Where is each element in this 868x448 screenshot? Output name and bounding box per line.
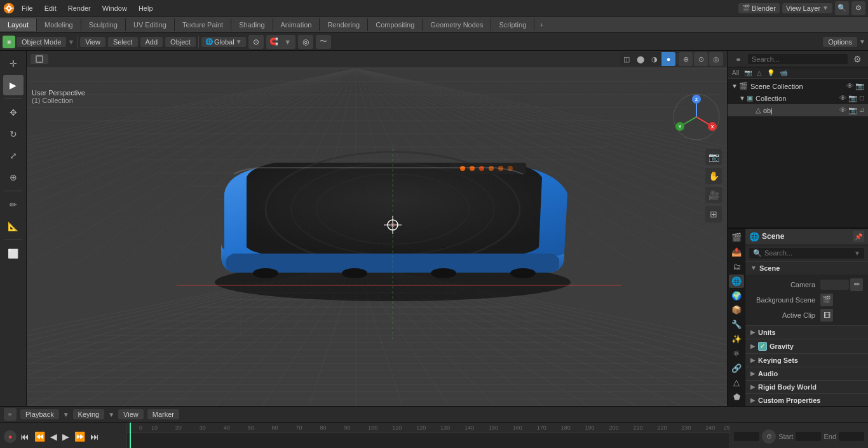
props-pin-button[interactable]: 📌 [853, 231, 864, 242]
outliner-filter-icon[interactable]: ⚙ [850, 52, 864, 66]
viewport-scene[interactable]: User Perspective (1) Collection [27, 69, 727, 406]
obj-item[interactable]: △ obj 👁 📷 ⊿ [728, 104, 868, 116]
pivot-point-button[interactable]: ⊙ [248, 35, 264, 49]
snap-toggle[interactable]: 🧲 [267, 36, 281, 48]
tab-geometry-nodes[interactable]: Geometry Nodes [423, 18, 491, 31]
record-button[interactable]: ● [4, 430, 17, 443]
gravity-section-header[interactable]: ▶ ✓ Gravity [745, 339, 868, 353]
menu-help[interactable]: Help [133, 3, 158, 13]
keying-sets-section-header[interactable]: ▶ Keying Sets [745, 354, 868, 367]
camera-view-button[interactable]: 📷 [705, 149, 722, 165]
timeline-track[interactable] [127, 433, 729, 448]
transform-selector[interactable]: 🌐 Global ▼ [201, 37, 246, 47]
units-section-header[interactable]: ▶ Units [745, 326, 868, 339]
next-frame-button[interactable]: ⏩ [73, 431, 86, 442]
menu-window[interactable]: Window [97, 3, 132, 13]
zoom-view-button[interactable]: ⊞ [705, 206, 722, 222]
marker-menu[interactable]: Marker [147, 409, 179, 419]
bg-scene-icon[interactable]: 🎬 [820, 294, 833, 306]
playback-menu[interactable]: Playback [20, 409, 59, 419]
props-search-input[interactable] [764, 249, 854, 257]
mode-icon[interactable]: ■ [3, 36, 15, 48]
xray-toggle[interactable]: ◎ [709, 52, 723, 66]
orbit-view-button[interactable]: 🎥 [705, 187, 722, 203]
sc-root-visibility[interactable]: 👁 [846, 82, 853, 90]
timeline-scrubber[interactable]: 0 10 20 30 40 50 60 70 80 90 100 110 120… [127, 423, 729, 448]
tab-scripting[interactable]: Scripting [491, 18, 534, 31]
render-props-icon[interactable]: 🎬 [729, 231, 744, 245]
output-props-icon[interactable]: 📤 [729, 245, 744, 259]
snap-dropdown[interactable]: ▼ [281, 36, 295, 48]
custom-props-section-header[interactable]: ▶ Custom Properties [745, 394, 868, 407]
rendered-mode-button[interactable]: ● [661, 52, 675, 66]
filter-lights[interactable]: 💡 [765, 69, 776, 77]
navigation-gizmo[interactable]: Z X Y [671, 92, 722, 142]
add-menu[interactable]: Add [140, 37, 163, 47]
cursor-tool[interactable]: ✛ [3, 53, 24, 74]
filter-all[interactable]: All [730, 69, 741, 77]
transform-tool[interactable]: ⊕ [3, 167, 24, 187]
blender-logo-icon[interactable] [3, 2, 15, 15]
jump-end-button[interactable]: ⏭ [89, 431, 100, 442]
annotate-tool[interactable]: ✏ [3, 194, 24, 215]
rotate-tool[interactable]: ↻ [3, 124, 24, 144]
mode-selector[interactable]: Object Mode [17, 37, 66, 47]
active-clip-icon[interactable]: 🎞 [820, 309, 833, 322]
scene-selector[interactable]: 🎬 Blender [738, 3, 780, 13]
collection-render[interactable]: 📷 [848, 94, 857, 102]
tab-rendering[interactable]: Rendering [320, 18, 368, 31]
keying-menu[interactable]: Keying [73, 409, 105, 419]
modifier-props-icon[interactable]: 🔧 [729, 318, 744, 331]
view-menu[interactable]: View [80, 37, 105, 47]
jump-start-button[interactable]: ⏮ [19, 431, 31, 442]
tab-layout[interactable]: Layout [0, 18, 37, 31]
add-workspace-button[interactable]: + [534, 18, 548, 31]
material-props-icon[interactable]: ⬟ [729, 390, 744, 404]
filter-cameras[interactable]: 📹 [778, 69, 789, 77]
camera-pick-button[interactable]: ✏ [850, 278, 863, 291]
measure-tool[interactable]: 📐 [3, 216, 24, 236]
tab-texture-paint[interactable]: Texture Paint [175, 18, 231, 31]
timeline-menu-icon[interactable]: ≡ [4, 408, 17, 421]
obj-filter[interactable]: ⊿ [859, 106, 864, 114]
view-layer-selector[interactable]: View Layer ▼ [782, 3, 832, 13]
filter-objects[interactable]: 📷 [742, 69, 754, 77]
outliner-search[interactable] [748, 54, 848, 64]
play-reverse-button[interactable]: ◀ [49, 431, 58, 442]
collection-exclude[interactable]: ◻ [859, 94, 864, 102]
current-frame-input[interactable]: 1 [734, 432, 759, 441]
prev-frame-button[interactable]: ⏪ [33, 431, 46, 442]
constraints-props-icon[interactable]: 🔗 [729, 362, 744, 375]
data-props-icon[interactable]: △ [729, 376, 744, 389]
collection-visibility[interactable]: 👁 [839, 94, 846, 102]
filter-meshes[interactable]: △ [755, 69, 764, 77]
rigid-body-section-header[interactable]: ▶ Rigid Body World [745, 381, 868, 393]
tab-modeling[interactable]: Modeling [37, 18, 81, 31]
sc-root-render[interactable]: 📷 [855, 82, 864, 90]
outliner-menu-icon[interactable]: ≡ [731, 52, 745, 66]
proportional-edit-button[interactable]: ◎ [298, 35, 313, 49]
show-overlays-toggle[interactable]: ⊙ [694, 52, 708, 66]
end-frame-input[interactable]: 250 [839, 432, 864, 441]
object-props-icon[interactable]: 📦 [729, 303, 744, 316]
move-tool[interactable]: ✥ [3, 102, 24, 123]
show-gizmo-toggle[interactable]: ⊕ [679, 52, 693, 66]
scene-collection-root[interactable]: ▼ 🎬 Scene Collection 👁 📷 [728, 80, 868, 92]
fps-indicator[interactable]: ⏱ [762, 430, 776, 444]
camera-dropdown[interactable] [820, 280, 849, 290]
select-tool[interactable]: ▶ [3, 75, 24, 95]
options-button[interactable]: Options [823, 37, 857, 47]
obj-visibility[interactable]: 👁 [839, 106, 846, 114]
tab-animation[interactable]: Animation [273, 18, 320, 31]
curve-button[interactable]: 〜 [316, 35, 331, 49]
wireframe-mode-button[interactable]: ◫ [620, 52, 634, 66]
particles-props-icon[interactable]: ✨ [729, 332, 744, 346]
menu-edit[interactable]: Edit [39, 3, 62, 13]
world-props-icon[interactable]: 🌍 [729, 289, 744, 302]
view-menu-tl[interactable]: View [118, 409, 144, 419]
scene-props-icon[interactable]: 🌐 [729, 275, 744, 288]
tab-shading[interactable]: Shading [231, 18, 273, 31]
obj-render[interactable]: 📷 [848, 106, 857, 114]
vp-mode-dropdown[interactable] [31, 54, 48, 64]
material-preview-button[interactable]: ◑ [648, 52, 661, 66]
